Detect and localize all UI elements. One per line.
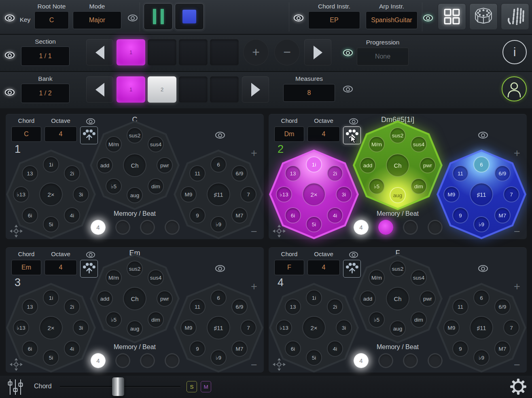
extension-center-button[interactable]: ♯11 bbox=[470, 316, 493, 339]
inversion-bottom-button[interactable]: 5i bbox=[306, 216, 322, 232]
settings-gear-icon[interactable] bbox=[510, 378, 527, 395]
inversion-right-button[interactable]: 3i bbox=[73, 186, 89, 202]
stop-button[interactable] bbox=[175, 3, 204, 30]
section-next-button[interactable] bbox=[304, 39, 331, 65]
extension-right-button[interactable]: 7 bbox=[503, 320, 519, 336]
move-handle-icon[interactable] bbox=[272, 224, 286, 238]
inversion-upper-right-button[interactable]: 2i bbox=[64, 165, 80, 181]
quality-top-button[interactable]: sus2 bbox=[390, 261, 406, 277]
inversion-lower-left-button[interactable]: 6i bbox=[22, 341, 38, 357]
root-note-field[interactable]: C bbox=[34, 11, 69, 29]
panel-add-button[interactable]: + bbox=[251, 280, 257, 293]
quality-center-button[interactable]: Ch bbox=[386, 287, 409, 310]
quality-upper-left-button[interactable]: M/m bbox=[369, 270, 385, 286]
quality-upper-right-button[interactable]: sus4 bbox=[411, 136, 427, 152]
bank-visibility-eye-icon[interactable] bbox=[5, 89, 15, 96]
inversion-upper-left-button[interactable]: 13 bbox=[285, 165, 301, 181]
section-remove-button[interactable]: − bbox=[274, 39, 300, 65]
panel-right-eye-icon[interactable] bbox=[478, 265, 488, 272]
inversion-center-button[interactable]: 2× bbox=[302, 183, 326, 206]
extension-lower-left-button[interactable]: 9 bbox=[452, 207, 468, 223]
memory-slot-4[interactable] bbox=[165, 220, 180, 235]
inversion-center-button[interactable]: 2× bbox=[39, 183, 63, 206]
quality-bottom-button[interactable]: aug bbox=[390, 320, 406, 337]
panel-add-button[interactable]: + bbox=[514, 280, 520, 293]
panel-remove-button[interactable]: − bbox=[514, 225, 520, 238]
section-add-button[interactable]: + bbox=[243, 39, 269, 65]
extension-bottom-button[interactable]: ♭9 bbox=[473, 350, 490, 366]
extension-lower-right-button[interactable]: M7 bbox=[494, 207, 511, 223]
octave-field[interactable]: 4 bbox=[45, 126, 77, 142]
section-pad-2[interactable] bbox=[148, 39, 176, 65]
panel-add-button[interactable]: + bbox=[514, 147, 520, 160]
quality-top-button[interactable]: sus2 bbox=[390, 127, 406, 143]
bank-pad-3[interactable] bbox=[179, 76, 208, 103]
memory-slot-1[interactable]: 4 bbox=[91, 353, 106, 368]
quality-upper-right-button[interactable]: sus4 bbox=[411, 270, 427, 286]
inversion-top-button[interactable]: 1i bbox=[43, 290, 59, 306]
user-button[interactable] bbox=[502, 76, 527, 101]
extension-bottom-button[interactable]: ♭9 bbox=[210, 350, 227, 366]
bank-pad-2[interactable]: 2 bbox=[148, 76, 176, 103]
extension-upper-left-button[interactable]: 11 bbox=[452, 165, 468, 181]
extension-right-button[interactable]: 7 bbox=[503, 186, 519, 202]
octave-field[interactable]: 4 bbox=[307, 260, 340, 275]
quality-lower-right-button[interactable]: dim bbox=[411, 178, 427, 194]
key-visibility-eye-icon[interactable] bbox=[5, 15, 15, 21]
panel-add-button[interactable]: + bbox=[251, 147, 257, 160]
drum-pads-view-button[interactable] bbox=[469, 3, 498, 30]
inversion-lower-left-button[interactable]: 6i bbox=[285, 341, 301, 357]
chord-field[interactable]: F bbox=[274, 260, 304, 275]
progression-visibility-eye-icon[interactable] bbox=[343, 49, 353, 56]
section-visibility-eye-icon[interactable] bbox=[5, 52, 15, 59]
inversion-left-button[interactable]: ♭13 bbox=[276, 186, 292, 202]
chord-field[interactable]: Dm bbox=[274, 126, 304, 142]
extension-upper-right-button[interactable]: 6/9 bbox=[494, 165, 511, 181]
chord-field[interactable]: Em bbox=[11, 260, 41, 275]
extension-left-button[interactable]: M9 bbox=[180, 320, 197, 336]
strum-view-button[interactable] bbox=[501, 3, 529, 30]
extension-upper-right-button[interactable]: 6/9 bbox=[231, 165, 248, 181]
volume-slider-handle[interactable] bbox=[112, 377, 124, 396]
transport-visibility-eye-icon[interactable] bbox=[128, 15, 138, 21]
inversion-top-button[interactable]: 1i bbox=[43, 156, 59, 173]
inversion-left-button[interactable]: ♭13 bbox=[276, 320, 292, 336]
extension-left-button[interactable]: M9 bbox=[180, 186, 197, 202]
extension-upper-left-button[interactable]: 11 bbox=[189, 165, 206, 181]
pause-button[interactable] bbox=[144, 3, 173, 30]
quality-center-button[interactable]: Ch bbox=[123, 287, 146, 310]
memory-slot-2[interactable] bbox=[378, 353, 393, 368]
panel-remove-button[interactable]: − bbox=[251, 359, 257, 371]
arp-instr-field[interactable]: SpanishGuitar bbox=[366, 11, 418, 29]
quality-left-button[interactable]: add bbox=[97, 291, 113, 307]
panel-right-eye-icon[interactable] bbox=[215, 265, 225, 272]
extension-left-button[interactable]: M9 bbox=[443, 320, 460, 336]
memory-slot-1[interactable]: 4 bbox=[91, 220, 106, 235]
bank-prev-button[interactable] bbox=[86, 76, 113, 103]
move-handle-icon[interactable] bbox=[9, 224, 23, 238]
inversion-right-button[interactable]: 3i bbox=[336, 186, 352, 202]
section-pad-4[interactable] bbox=[210, 39, 239, 65]
section-prev-button[interactable] bbox=[86, 39, 113, 65]
quality-bottom-button[interactable]: aug bbox=[390, 187, 406, 203]
section-counter-field[interactable]: 1 / 1 bbox=[21, 46, 70, 66]
memory-slot-4[interactable] bbox=[428, 220, 443, 235]
octave-field[interactable]: 4 bbox=[45, 260, 77, 275]
quality-right-button[interactable]: pwr bbox=[420, 157, 436, 173]
inversion-lower-left-button[interactable]: 6i bbox=[285, 207, 301, 223]
octave-field[interactable]: 4 bbox=[307, 126, 340, 142]
inversion-lower-right-button[interactable]: 4i bbox=[64, 341, 80, 357]
quality-upper-left-button[interactable]: M/m bbox=[369, 136, 385, 152]
quality-left-button[interactable]: add bbox=[97, 157, 113, 173]
extension-upper-right-button[interactable]: 6/9 bbox=[494, 299, 511, 315]
extension-upper-left-button[interactable]: 11 bbox=[189, 299, 206, 315]
quality-right-button[interactable]: pwr bbox=[420, 291, 436, 307]
quality-left-button[interactable]: add bbox=[360, 157, 376, 173]
move-handle-icon[interactable] bbox=[9, 357, 23, 372]
move-handle-icon[interactable] bbox=[272, 357, 286, 372]
inversion-upper-left-button[interactable]: 13 bbox=[22, 299, 38, 315]
quality-lower-left-button[interactable]: ♭5 bbox=[369, 312, 385, 328]
extension-lower-left-button[interactable]: 9 bbox=[189, 341, 206, 357]
section-pad-3[interactable] bbox=[179, 39, 208, 65]
extension-center-button[interactable]: ♯11 bbox=[207, 316, 230, 339]
